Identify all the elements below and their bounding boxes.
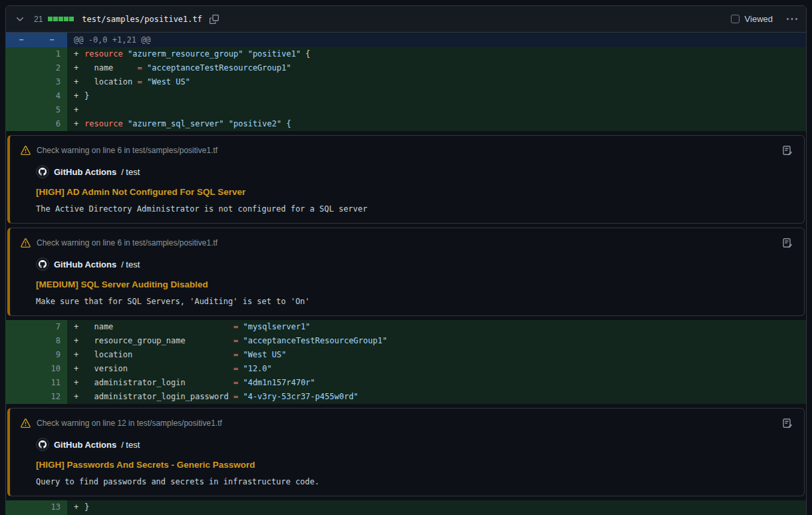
annotation-title: [HIGH] AD Admin Not Configured For SQL S…	[36, 187, 795, 197]
annotation-action-button[interactable]	[780, 416, 795, 430]
viewed-checkbox[interactable]	[731, 15, 740, 23]
new-line-number[interactable]: 13	[37, 500, 67, 514]
annotation-body: GitHub Actions/ test[HIGH] AD Admin Not …	[21, 165, 795, 214]
diff-add-marker: +	[74, 89, 84, 103]
collapse-file-button[interactable]	[13, 12, 27, 27]
new-line-number[interactable]: 3	[37, 75, 67, 89]
warning-triangle-icon	[21, 238, 31, 248]
annotation-body: GitHub Actions/ test[MEDIUM] SQL Server …	[21, 258, 795, 306]
code-token	[224, 119, 229, 128]
check-app-row: GitHub Actions/ test	[36, 438, 795, 451]
code-token: "mysqlserver1"	[243, 322, 310, 331]
viewed-control[interactable]: Viewed	[731, 14, 773, 24]
new-line-number[interactable]: 6	[37, 117, 67, 131]
old-line-number[interactable]	[6, 348, 37, 362]
diff-add-marker: +	[74, 320, 84, 334]
new-line-number[interactable]: 1	[37, 47, 67, 61]
diff-line-2: 2+ name = "acceptanceTestResourceGroup1"	[6, 61, 806, 75]
expand-hunk-down-button[interactable]: ⋯	[37, 33, 67, 47]
new-line-number[interactable]: 2	[37, 61, 67, 75]
warning-triangle-icon	[21, 146, 31, 156]
code-content: + administrator_login = "4dm1n157r470r"	[67, 376, 806, 390]
diff-add-marker: +	[74, 362, 84, 376]
check-app-row: GitHub Actions/ test	[36, 165, 795, 178]
diff-add-marker: +	[74, 376, 84, 390]
old-line-number[interactable]	[6, 47, 37, 61]
diffstat-square	[53, 17, 58, 21]
diff-add-marker: +	[74, 75, 84, 89]
annotation-action-button[interactable]	[780, 143, 795, 158]
old-line-number[interactable]	[6, 75, 37, 89]
old-line-number[interactable]	[6, 362, 37, 376]
old-line-number[interactable]	[6, 376, 37, 390]
old-line-number[interactable]	[6, 103, 37, 117]
old-line-number[interactable]	[6, 89, 37, 103]
code-token: resource	[84, 49, 123, 59]
diff-add-marker: +	[74, 103, 84, 117]
new-line-number[interactable]: 5	[37, 103, 67, 117]
diff-table: ⋯⋯@@ -0,0 +1,21 @@1+resource "azurerm_re…	[6, 33, 806, 515]
github-logo-icon	[39, 440, 47, 448]
new-line-number[interactable]: 4	[37, 89, 67, 103]
code-content: +resource "azurerm_resource_group" "posi…	[67, 47, 806, 61]
diff-add-marker: +	[74, 334, 84, 348]
diff-add-marker: +	[74, 348, 84, 362]
check-run-name: / test	[121, 167, 140, 177]
annotation-header-row: Check warning on line 12 in test/samples…	[21, 416, 795, 430]
annotation-file-pencil-icon	[782, 418, 793, 429]
diff-add-marker: +	[74, 61, 84, 75]
old-line-number[interactable]	[6, 117, 37, 131]
diff-line-5: 5+	[6, 103, 806, 117]
code-token: {	[301, 49, 310, 59]
diff-line-9: 9+ location = "West US"	[6, 348, 806, 362]
annotation-file-pencil-icon	[782, 145, 793, 156]
annotation-message: Make sure that for SQL Servers, 'Auditin…	[36, 297, 795, 306]
code-token: "acceptanceTestResourceGroup1"	[243, 336, 387, 345]
code-token: "acceptanceTestResourceGroup1"	[147, 63, 291, 73]
old-line-number[interactable]	[6, 500, 37, 514]
changed-lines-count: 21	[34, 15, 43, 24]
annotation-action-button[interactable]	[780, 236, 795, 250]
code-token: =	[137, 77, 142, 86]
check-app-name[interactable]: GitHub Actions	[54, 167, 116, 177]
old-line-number[interactable]	[6, 320, 37, 334]
check-run-name: / test	[121, 440, 140, 450]
code-token: name	[84, 63, 137, 73]
diff-add-marker: +	[74, 500, 84, 514]
old-line-number[interactable]	[6, 61, 37, 75]
code-token	[243, 49, 247, 59]
code-token: "4-v3ry-53cr37-p455w0rd"	[243, 392, 358, 401]
diffstat-square	[59, 17, 63, 21]
annotation-header-text: Check warning on line 6 in test/samples/…	[37, 238, 217, 248]
code-token: =	[137, 63, 142, 73]
new-line-number[interactable]: 12	[37, 390, 67, 404]
github-actions-avatar	[36, 165, 49, 178]
file-name[interactable]: test/samples/positive1.tf	[82, 15, 202, 24]
annotation-file-pencil-icon	[782, 238, 793, 248]
viewed-label: Viewed	[745, 14, 773, 24]
new-line-number[interactable]: 11	[37, 376, 67, 390]
kebab-horizontal-icon	[787, 14, 797, 25]
code-token: "West US"	[243, 350, 286, 359]
check-app-name[interactable]: GitHub Actions	[54, 440, 116, 450]
new-line-number[interactable]: 9	[37, 348, 67, 362]
file-options-button[interactable]	[785, 12, 799, 27]
new-line-number[interactable]: 10	[37, 362, 67, 376]
diff-line-12: 12+ administrator_login_password = "4-v3…	[6, 390, 806, 404]
old-line-number[interactable]	[6, 390, 37, 404]
diff-add-marker: +	[74, 117, 84, 131]
diff-add-marker: +	[74, 47, 84, 61]
new-line-number[interactable]: 7	[37, 320, 67, 334]
copy-path-button[interactable]	[207, 13, 221, 26]
new-line-number[interactable]: 8	[37, 334, 67, 348]
code-token: "positive2"	[229, 119, 281, 128]
check-app-name[interactable]: GitHub Actions	[54, 259, 116, 269]
check-annotation: Check warning on line 6 in test/samples/…	[7, 228, 805, 316]
expand-hunk-up-button[interactable]: ⋯	[6, 33, 37, 47]
annotation-body: GitHub Actions/ test[HIGH] Passwords And…	[21, 438, 795, 486]
annotation-title: [MEDIUM] SQL Server Auditing Disabled	[36, 279, 795, 289]
diff-line-7: 7+ name = "mysqlserver1"	[6, 320, 806, 334]
old-line-number[interactable]	[6, 334, 37, 348]
check-annotation: Check warning on line 12 in test/samples…	[7, 408, 805, 496]
check-app-row: GitHub Actions/ test	[36, 258, 795, 271]
